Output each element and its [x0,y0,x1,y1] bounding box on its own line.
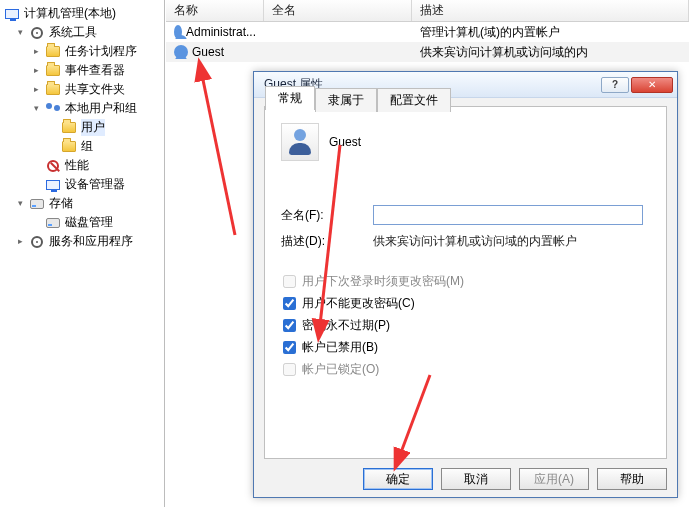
desc-label: 描述(D): [281,233,365,250]
cancel-button[interactable]: 取消 [441,468,511,490]
folder-icon [61,139,77,155]
dialog-username: Guest [329,135,361,149]
disk-icon [29,196,45,212]
tree-toggle-icon[interactable]: ▸ [32,85,41,94]
tree-item-label: 服务和应用程序 [49,233,133,250]
tree-item[interactable]: ▾系统工具 [2,23,162,42]
table-row[interactable]: Guest供来宾访问计算机或访问域的内 [166,42,689,62]
fullname-input[interactable] [373,205,643,225]
gear-icon [29,234,45,250]
tree-item-label: 事件查看器 [65,62,125,79]
dialog-body: Guest 全名(F): 描述(D): 供来宾访问计算机或访问域的内置帐户 用户… [275,117,656,448]
tree-item-label: 任务计划程序 [65,43,137,60]
properties-dialog: Guest 属性 ? ✕ 常规隶属于配置文件 Guest 全名(F): 描述(D… [253,71,678,498]
tree-item-label: 磁盘管理 [65,214,113,231]
cell-name: Administrat... [166,25,264,39]
col-fullname[interactable]: 全名 [264,0,412,21]
cell-name: Guest [166,45,264,59]
dialog-footer: 确定 取消 应用(A) 帮助 [254,461,677,497]
tree-item-label: 系统工具 [49,24,97,41]
checkbox[interactable] [283,297,296,310]
tab[interactable]: 隶属于 [315,88,377,112]
tree-item[interactable]: ▾本地用户和组 [2,99,162,118]
tree-item[interactable]: 性能 [2,156,162,175]
tree-toggle-icon[interactable]: ▾ [32,104,41,113]
user-icon [174,45,188,59]
monitor-icon [45,177,61,193]
close-button[interactable]: ✕ [631,77,673,93]
noentry-icon [45,158,61,174]
tree-item-label: 共享文件夹 [65,81,125,98]
tree-item[interactable]: ▸事件查看器 [2,61,162,80]
tree-item[interactable]: 用户 [2,118,162,137]
desc-value: 供来宾访问计算机或访问域的内置帐户 [373,233,577,250]
tree-toggle-icon[interactable]: ▾ [16,28,25,37]
cell-desc: 供来宾访问计算机或访问域的内 [412,44,689,61]
tree-item-label: 组 [81,138,93,155]
folder-icon [61,120,77,136]
tabstrip: 常规隶属于配置文件 [265,86,451,110]
checkbox [283,275,296,288]
tree-toggle-icon[interactable]: ▸ [32,47,41,56]
computer-icon [4,6,20,22]
tree-item-label: 性能 [65,157,89,174]
tree-item-label: 用户 [81,119,105,136]
checkbox-label: 用户下次登录时须更改密码(M) [302,273,464,290]
users-icon [45,101,61,117]
help-button[interactable]: ? [601,77,629,93]
nav-tree: 计算机管理(本地) ▾系统工具▸任务计划程序▸事件查看器▸共享文件夹▾本地用户和… [0,0,165,507]
tree-item[interactable]: ▸服务和应用程序 [2,232,162,251]
tree-root[interactable]: 计算机管理(本地) [2,4,162,23]
user-icon [174,25,182,39]
tree-item[interactable]: 磁盘管理 [2,213,162,232]
tree-item[interactable]: ▸任务计划程序 [2,42,162,61]
tree-item[interactable]: ▾存储 [2,194,162,213]
tree-item-label: 本地用户和组 [65,100,137,117]
tree-toggle-icon[interactable]: ▾ [16,199,25,208]
list-header: 名称 全名 描述 [166,0,689,22]
checkbox-row[interactable]: 用户不能更改密码(C) [283,295,415,312]
folder-icon [45,63,61,79]
checkbox-label: 帐户已锁定(O) [302,361,379,378]
ok-button[interactable]: 确定 [363,468,433,490]
tab[interactable]: 常规 [265,86,315,110]
tree-toggle-icon[interactable] [32,218,41,227]
tree-root-label: 计算机管理(本地) [24,5,116,22]
checkbox-row[interactable]: 密码永不过期(P) [283,317,390,334]
tree-item[interactable]: ▸共享文件夹 [2,80,162,99]
tree-toggle-icon[interactable] [32,180,41,189]
checkbox-row: 用户下次登录时须更改密码(M) [283,273,464,290]
checkbox-label: 帐户已禁用(B) [302,339,378,356]
col-name[interactable]: 名称 [166,0,264,21]
tree-toggle-icon[interactable] [48,123,57,132]
tab[interactable]: 配置文件 [377,88,451,112]
tree-item[interactable]: 组 [2,137,162,156]
window-buttons: ? ✕ [601,77,673,93]
checkbox-row[interactable]: 帐户已禁用(B) [283,339,378,356]
gear-icon [29,25,45,41]
tree-item[interactable]: 设备管理器 [2,175,162,194]
tree-item-label: 设备管理器 [65,176,125,193]
help-button-footer[interactable]: 帮助 [597,468,667,490]
apply-button[interactable]: 应用(A) [519,468,589,490]
checkbox-row: 帐户已锁定(O) [283,361,379,378]
checkbox [283,363,296,376]
tree-toggle-icon[interactable] [48,142,57,151]
checkbox[interactable] [283,341,296,354]
fullname-label: 全名(F): [281,207,365,224]
checkbox[interactable] [283,319,296,332]
checkbox-label: 密码永不过期(P) [302,317,390,334]
col-desc[interactable]: 描述 [412,0,689,21]
folder-icon [45,82,61,98]
cell-desc: 管理计算机(域)的内置帐户 [412,24,689,41]
folder-icon [45,44,61,60]
user-avatar-icon [281,123,319,161]
tree-toggle-icon[interactable] [32,161,41,170]
disk-icon [45,215,61,231]
tree-toggle-icon[interactable]: ▸ [16,237,25,246]
table-row[interactable]: Administrat...管理计算机(域)的内置帐户 [166,22,689,42]
tab-panel: 常规隶属于配置文件 Guest 全名(F): 描述(D): 供来宾访问计算机或访… [264,106,667,459]
checkbox-label: 用户不能更改密码(C) [302,295,415,312]
tree-toggle-icon[interactable]: ▸ [32,66,41,75]
tree-item-label: 存储 [49,195,73,212]
